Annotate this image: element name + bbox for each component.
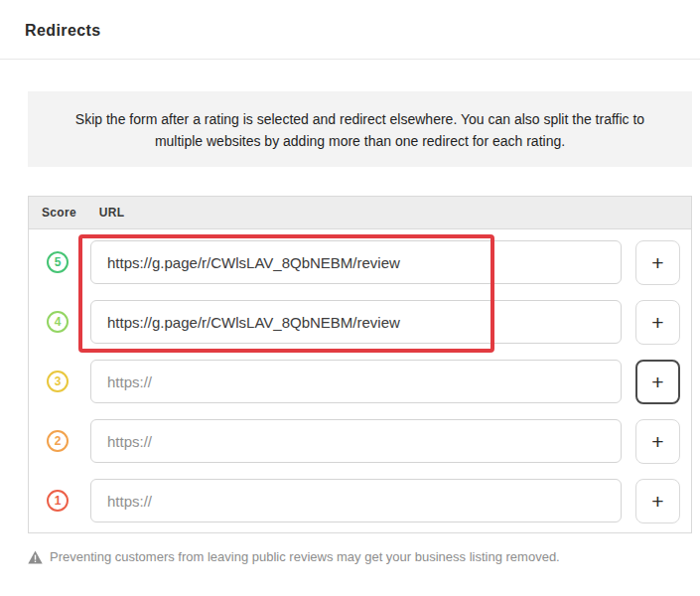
redirect-row-score-2: 2 +: [29, 411, 691, 471]
score-3-badge: 3: [47, 371, 69, 392]
plus-icon: +: [651, 251, 663, 274]
redirect-row-score-4: 4 +: [29, 292, 691, 352]
column-header-score: Score: [42, 206, 76, 220]
add-redirect-button-score-5[interactable]: +: [635, 240, 680, 285]
url-input-score-3[interactable]: [90, 360, 622, 403]
page-title: Redirects: [25, 22, 700, 40]
url-input-score-4[interactable]: [90, 300, 622, 344]
footer-warning-text: Preventing customers from leaving public…: [50, 549, 560, 564]
table-header: Score URL: [29, 197, 691, 229]
column-header-url: URL: [99, 206, 125, 220]
url-input-score-1[interactable]: [90, 479, 622, 522]
add-redirect-button-score-3[interactable]: +: [635, 360, 680, 404]
add-redirect-button-score-2[interactable]: +: [635, 419, 680, 464]
redirect-row-score-5: 5 +: [29, 232, 691, 292]
add-redirect-button-score-4[interactable]: +: [635, 300, 680, 345]
plus-icon: +: [651, 490, 663, 513]
redirect-row-score-1: 1 +: [29, 471, 691, 530]
table-body: 5 + 4 + 3 + 2: [29, 229, 691, 532]
plus-icon: +: [651, 430, 663, 453]
score-1-badge: 1: [47, 490, 69, 512]
score-4-badge: 4: [47, 311, 69, 333]
plus-icon: +: [651, 371, 663, 393]
footer-warning: Preventing customers from leaving public…: [28, 549, 692, 564]
score-2-badge: 2: [47, 430, 69, 452]
add-redirect-button-score-1[interactable]: +: [635, 479, 680, 523]
info-banner: Skip the form after a rating is selected…: [28, 91, 692, 167]
score-5-badge: 5: [47, 251, 69, 273]
plus-icon: +: [651, 311, 663, 334]
redirect-row-score-3: 3 +: [29, 352, 691, 411]
page-header: Redirects: [0, 0, 700, 60]
redirects-panel: Skip the form after a rating is selected…: [0, 91, 700, 564]
url-input-score-5[interactable]: [90, 240, 622, 284]
url-input-score-2[interactable]: [90, 419, 622, 463]
redirects-table: Score URL 5 + 4 + 3: [28, 196, 692, 533]
info-banner-text: Skip the form after a rating is selected…: [68, 108, 652, 152]
warning-triangle-icon: [28, 550, 43, 564]
